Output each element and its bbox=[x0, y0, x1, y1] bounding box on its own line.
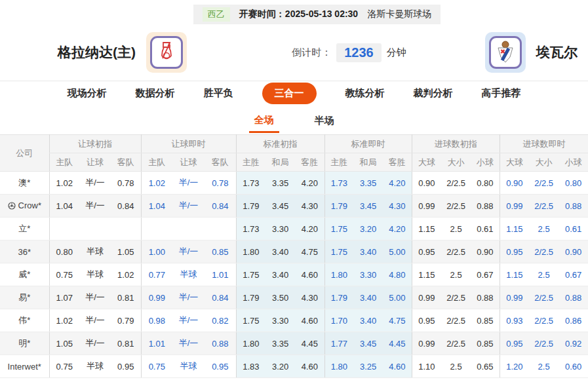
odds-table-header: 公司 让球初指 让球即时 标准初指 标准即时 进球数初指 进球数即时 主队让球客… bbox=[0, 135, 588, 172]
company-name: Crow* bbox=[0, 195, 49, 218]
odds-cell: 半球 bbox=[79, 240, 111, 263]
subcol-header: 客胜 bbox=[295, 153, 324, 172]
tab-coach-analysis[interactable]: 教练分析 bbox=[345, 87, 385, 100]
league-badge: 西乙 bbox=[203, 7, 230, 22]
odds-cell: 2.5 bbox=[529, 263, 559, 286]
odds-cell: 3.45 bbox=[353, 195, 383, 218]
odds-cell: 0.67 bbox=[471, 263, 500, 286]
odds-cell: 3.20 bbox=[353, 218, 383, 240]
odds-cell: 0.95 bbox=[412, 240, 441, 263]
table-row: Interwet*0.75半球0.950.75半球0.951.833.204.6… bbox=[0, 355, 588, 378]
odds-cell: 半/一 bbox=[172, 332, 205, 355]
odds-cell: 0.95 bbox=[500, 332, 529, 355]
match-info-bar: 西乙 开赛时间：2025-05-13 02:30 洛斯卡曼斯球场 bbox=[0, 0, 588, 24]
odds-cell: 0.88 bbox=[205, 332, 236, 355]
odds-cell: 半/一 bbox=[172, 309, 205, 332]
home-team-logo bbox=[146, 32, 187, 73]
odds-cell: 1.05 bbox=[111, 240, 141, 263]
table-row: 立*1.733.304.201.753.204.201.152.50.611.1… bbox=[0, 218, 588, 240]
odds-cell: 0.82 bbox=[205, 309, 236, 332]
odds-cell: 2.5 bbox=[529, 355, 559, 378]
odds-cell: 2/2.5 bbox=[441, 172, 471, 195]
odds-cell: 1.15 bbox=[412, 218, 441, 240]
subcol-header: 让球 bbox=[79, 153, 111, 172]
tab-expert-recommend[interactable]: 高手推荐 bbox=[482, 87, 521, 100]
odds-cell: 4.60 bbox=[295, 263, 324, 286]
tab-win-draw-lose[interactable]: 胜平负 bbox=[204, 87, 233, 100]
odds-cell: 1.83 bbox=[236, 355, 265, 378]
subcol-header: 和局 bbox=[353, 153, 383, 172]
odds-cell: 半/一 bbox=[172, 195, 205, 218]
tab-live-analysis[interactable]: 现场分析 bbox=[68, 87, 107, 100]
odds-table-body: 澳*1.02半/一0.781.02半/一0.781.733.354.201.73… bbox=[0, 172, 588, 378]
odds-cell: 3.30 bbox=[265, 218, 295, 240]
subcol-header: 客队 bbox=[111, 153, 141, 172]
countdown: 倒计时： 1236 分钟 bbox=[213, 43, 485, 62]
odds-cell: 半球 bbox=[172, 263, 205, 286]
odds-cell: 2.5 bbox=[529, 218, 559, 240]
odds-cell: 1.79 bbox=[324, 195, 353, 218]
odds-cell: 1.80 bbox=[324, 263, 353, 286]
odds-cell: 0.60 bbox=[559, 355, 588, 378]
odds-cell: 2/2.5 bbox=[529, 286, 559, 309]
odds-cell: 3.25 bbox=[353, 355, 383, 378]
odds-cell: 0.88 bbox=[471, 286, 500, 309]
odds-cell: 半球 bbox=[79, 263, 111, 286]
odds-cell: 2/2.5 bbox=[529, 309, 559, 332]
company-name: 36* bbox=[0, 240, 49, 263]
odds-cell: 0.75 bbox=[49, 263, 79, 286]
group-handicap-live: 让球即时 bbox=[141, 135, 236, 153]
odds-cell: 半/一 bbox=[79, 286, 111, 309]
odds-cell bbox=[205, 218, 236, 240]
table-row: 威*0.75半球1.020.77半球1.011.753.404.601.803.… bbox=[0, 263, 588, 286]
group-handicap-initial: 让球初指 bbox=[49, 135, 141, 153]
odds-cell: 1.04 bbox=[49, 195, 79, 218]
odds-cell: 2.5 bbox=[441, 263, 471, 286]
odds-cell: 1.15 bbox=[412, 263, 441, 286]
odds-cell: 0.95 bbox=[111, 355, 141, 378]
tab-data-analysis[interactable]: 数据分析 bbox=[136, 87, 175, 100]
company-name: 伟* bbox=[0, 309, 49, 332]
odds-cell: 0.90 bbox=[412, 172, 441, 195]
odds-cell: 0.61 bbox=[471, 218, 500, 240]
odds-cell: 1.02 bbox=[49, 172, 79, 195]
odds-cell: 半/一 bbox=[79, 332, 111, 355]
odds-cell: 半/一 bbox=[79, 309, 111, 332]
odds-cell: 2.5 bbox=[441, 218, 471, 240]
odds-cell: 1.15 bbox=[500, 218, 529, 240]
odds-cell: 0.90 bbox=[471, 240, 500, 263]
subcol-header: 小球 bbox=[559, 153, 588, 172]
odds-cell: 1.77 bbox=[324, 332, 353, 355]
odds-cell: 1.70 bbox=[324, 309, 353, 332]
table-row: 36*0.80半球1.051.00半/一0.851.803.404.751.75… bbox=[0, 240, 588, 263]
odds-cell: 5.00 bbox=[383, 286, 412, 309]
subtab-full-match[interactable]: 全场 bbox=[249, 109, 279, 133]
tab-three-in-one[interactable]: 三合一 bbox=[262, 83, 317, 104]
subcol-header: 大球 bbox=[500, 153, 529, 172]
table-row: 澳*1.02半/一0.781.02半/一0.781.733.354.201.73… bbox=[0, 172, 588, 195]
odds-cell: 4.20 bbox=[383, 218, 412, 240]
company-name: 威* bbox=[0, 263, 49, 286]
odds-cell: 0.84 bbox=[205, 195, 236, 218]
odds-cell: 4.30 bbox=[383, 195, 412, 218]
odds-cell: 半/一 bbox=[172, 286, 205, 309]
tab-referee-analysis[interactable]: 裁判分析 bbox=[414, 87, 453, 100]
subtab-half-match[interactable]: 半场 bbox=[309, 109, 340, 132]
odds-cell: 3.40 bbox=[353, 240, 383, 263]
odds-cell: 1.15 bbox=[500, 263, 529, 286]
company-name: 易* bbox=[0, 286, 49, 309]
subcol-header: 主队 bbox=[141, 153, 172, 172]
odds-cell: 0.99 bbox=[141, 286, 172, 309]
odds-cell: 0.67 bbox=[559, 263, 588, 286]
group-standard-live: 标准即时 bbox=[324, 135, 412, 153]
odds-cell: 2.5 bbox=[441, 355, 471, 378]
company-column-header: 公司 bbox=[0, 135, 49, 172]
odds-cell: 0.88 bbox=[559, 286, 588, 309]
odds-cell: 1.10 bbox=[412, 355, 441, 378]
odds-cell: 1.01 bbox=[205, 263, 236, 286]
odds-cell: 4.60 bbox=[383, 355, 412, 378]
odds-cell: 1.04 bbox=[141, 195, 172, 218]
odds-cell: 半/一 bbox=[172, 172, 205, 195]
away-team-name: 埃瓦尔 bbox=[536, 43, 578, 62]
home-team: 格拉纳达(主) bbox=[58, 32, 187, 73]
